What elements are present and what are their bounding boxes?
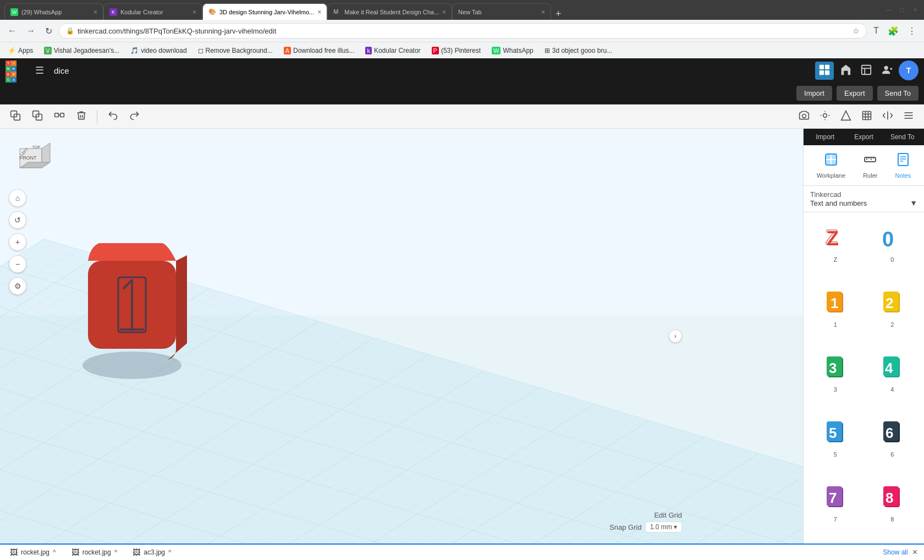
snap-button[interactable] — [858, 108, 876, 125]
camera-button[interactable] — [795, 108, 813, 125]
svg-rect-14 — [55, 113, 59, 117]
bookmark-vishal[interactable]: V Vishal Jegadeesan's... — [41, 46, 123, 56]
light-button[interactable] — [816, 108, 834, 125]
grid-view-button[interactable] — [815, 62, 834, 80]
close-newtab-tab[interactable]: × — [541, 8, 545, 16]
copy-button[interactable] — [7, 108, 24, 125]
minimize-button[interactable]: ─ — [884, 6, 893, 14]
tab-tinkercad[interactable]: 🎨 3D design Stunning Jarv-Vihelmo... × — [202, 3, 327, 20]
bookmark-star-icon[interactable]: ☆ — [853, 26, 860, 35]
download-chevron-0[interactable]: ^ — [53, 548, 56, 556]
download-item-2[interactable]: 🖼 ac3.jpg ^ — [129, 547, 174, 558]
sendto-button[interactable]: Send To — [877, 86, 919, 101]
back-button[interactable]: ← — [4, 24, 20, 38]
show-all-button[interactable]: Show all — [883, 548, 908, 556]
library-button[interactable] — [857, 62, 876, 80]
shape-1[interactable]: 1 1 — [808, 282, 863, 344]
close-makeitreal-tab[interactable]: × — [442, 8, 446, 16]
orbit-button[interactable]: ↺ — [9, 211, 26, 229]
export-button[interactable]: Export — [837, 86, 873, 101]
canvas-area[interactable]: FRONT LEFT TOP ⌂ ↺ + − ⚙ — [0, 129, 803, 543]
bookmark-removebg[interactable]: ◻ Remove Background... — [195, 46, 276, 56]
import-button[interactable]: Import — [796, 86, 832, 101]
close-whatsapp-tab[interactable]: × — [94, 8, 97, 16]
shape-6[interactable]: 6 6 — [865, 411, 920, 474]
menu-icon[interactable]: ☰ — [33, 62, 46, 79]
tab-ruler[interactable]: Ruler — [856, 150, 884, 181]
panel-category[interactable]: Text and numbers — [810, 199, 910, 207]
extensions-icon[interactable]: 🧩 — [884, 24, 902, 39]
url-input[interactable] — [78, 27, 849, 35]
download-item-0[interactable]: 🖼 rocket.jpg ^ — [7, 547, 59, 558]
whatsapp-bm-favicon: W — [492, 47, 501, 54]
forward-button[interactable]: → — [23, 24, 38, 38]
settings-canvas-button[interactable]: ⚙ — [9, 277, 26, 295]
tab-newtab-title: New Tab — [458, 9, 538, 15]
reload-button[interactable]: ↻ — [42, 24, 56, 39]
shape-5[interactable]: 5 5 — [808, 411, 863, 474]
panel-import-button[interactable]: Import — [806, 131, 844, 143]
snap-value-dropdown[interactable]: 1.0 mm ▾ — [645, 521, 682, 532]
tab-makeitreal[interactable]: M Make it Real Student Design Cha... × — [327, 3, 452, 20]
panel-category-arrow[interactable]: ▼ — [910, 199, 917, 207]
tab-makeitreal-title: Make it Real Student Design Cha... — [344, 9, 439, 15]
shape-8[interactable]: 8 8 — [865, 476, 920, 539]
zoom-in-button[interactable]: + — [9, 233, 26, 251]
undo-button[interactable] — [104, 108, 122, 125]
add-user-button[interactable] — [878, 62, 897, 80]
mirror-button[interactable] — [879, 108, 897, 125]
tab-newtab[interactable]: New Tab × — [452, 3, 551, 20]
panel-export-button[interactable]: Export — [844, 131, 883, 143]
tab-workplane[interactable]: Workplane — [810, 150, 852, 181]
hammer-button[interactable] — [836, 62, 855, 80]
svg-text:0: 0 — [882, 228, 894, 251]
delete-button[interactable] — [73, 108, 90, 125]
shape-2[interactable]: 2 2 — [865, 282, 920, 344]
bookmark-illus[interactable]: A Download free illus... — [280, 46, 358, 56]
profile-icon[interactable]: T — [870, 24, 882, 39]
tab-notes[interactable]: Notes — [889, 150, 918, 181]
downloads-right: Show all × — [883, 547, 917, 557]
redo-button[interactable] — [126, 108, 144, 125]
align-button[interactable] — [900, 108, 917, 125]
shape-4[interactable]: 4 4 — [865, 347, 920, 409]
new-tab-button[interactable]: + — [551, 8, 566, 20]
apps-favicon: ⚡ — [8, 47, 16, 54]
tab-whatsapp[interactable]: W (29) WhatsApp × — [4, 3, 103, 20]
panel-sendto-button[interactable]: Send To — [883, 131, 922, 143]
bookmark-apps[interactable]: ⚡ Apps — [4, 46, 36, 56]
tab-kodular[interactable]: K Kodular Creator × — [103, 3, 202, 20]
group-button[interactable] — [51, 108, 68, 125]
settings-icon[interactable]: ⋮ — [904, 24, 920, 39]
edit-grid-button[interactable]: Edit Grid — [654, 511, 682, 519]
duplicate-button[interactable] — [29, 108, 46, 125]
bookmark-3d[interactable]: ⊞ 3d object gooo bru... — [541, 46, 615, 56]
address-bar[interactable]: 🔒 ☆ — [59, 23, 867, 39]
download-chevron-2[interactable]: ^ — [168, 548, 172, 556]
tinkercad-logo[interactable]: T I N K E R C A — [6, 61, 28, 80]
snap-value-text: 1.0 mm — [650, 523, 672, 531]
shape-3[interactable]: 3 3 — [808, 347, 863, 409]
close-downloads-button[interactable]: × — [912, 547, 917, 557]
close-button[interactable]: × — [911, 6, 920, 14]
close-tinkercad-tab[interactable]: × — [317, 8, 321, 16]
shape-z[interactable]: Z Z Z — [808, 217, 863, 279]
view-cube[interactable]: FRONT LEFT TOP — [9, 138, 53, 182]
bookmark-whatsapp[interactable]: W WhatsApp — [488, 46, 537, 56]
topbar-right: T — [815, 61, 919, 80]
bookmark-kodular[interactable]: k Kodular Creator — [362, 46, 424, 56]
bookmark-video[interactable]: 🎵 video download — [127, 46, 190, 56]
zoom-out-button[interactable]: − — [9, 255, 26, 273]
home-view-button[interactable]: ⌂ — [9, 189, 26, 207]
shape-button[interactable] — [837, 108, 855, 125]
collapse-panel-arrow[interactable]: › — [669, 330, 682, 343]
download-chevron-1[interactable]: ^ — [114, 548, 118, 556]
shape-0[interactable]: 0 0 — [865, 217, 920, 279]
bookmark-pinterest[interactable]: P (53) Pinterest — [428, 46, 484, 56]
shape-7[interactable]: 7 7 — [808, 476, 863, 539]
close-kodular-tab[interactable]: × — [193, 8, 196, 16]
dice-object[interactable] — [55, 217, 209, 383]
download-item-1[interactable]: 🖼 rocket.jpg ^ — [68, 547, 121, 558]
maximize-button[interactable]: □ — [898, 6, 906, 14]
user-avatar[interactable]: T — [899, 61, 919, 80]
